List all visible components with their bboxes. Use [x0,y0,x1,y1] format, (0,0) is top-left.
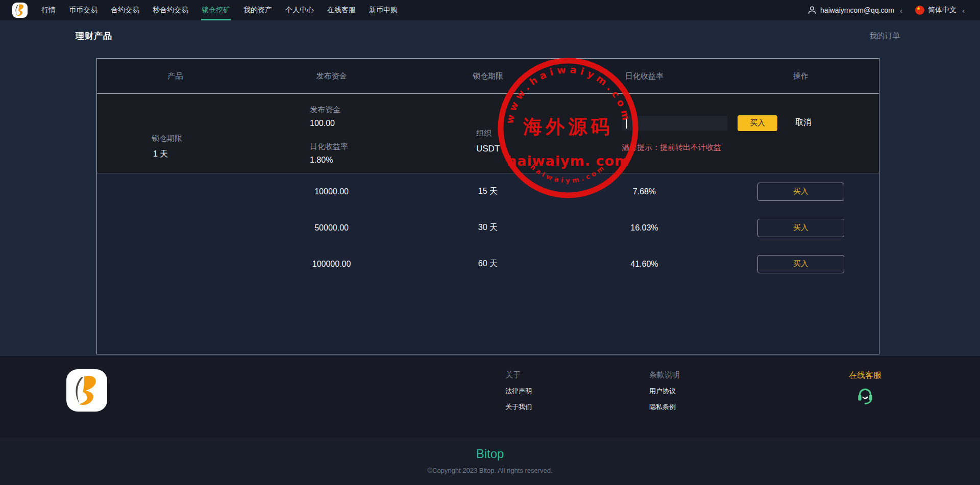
china-flag-icon: ★ [915,6,924,15]
user-email[interactable]: haiwaiymcom@qq.com [820,6,894,14]
table-row: 100000.00 60 天 41.60% 买入 [97,246,879,282]
col-header-daily-rate: 日化收益率 [566,71,722,81]
footer-link-legal[interactable]: 法律声明 [505,387,532,396]
footer-link-user-agreement[interactable]: 用户协议 [649,387,676,396]
nav-item-spot-trade[interactable]: 币币交易 [62,0,104,20]
nav-item-markets[interactable]: 行情 [35,0,62,20]
col-header-product: 产品 [97,71,253,81]
cancel-button[interactable]: 取消 [795,117,812,128]
buy-button[interactable]: 买入 [738,115,777,131]
footer-terms-title: 条款说明 [649,370,680,380]
nav-item-my-assets[interactable]: 我的资产 [237,0,279,20]
buy-button[interactable]: 买入 [757,255,844,273]
fund-cell: 10000.00 [253,187,409,196]
col-header-action: 操作 [723,71,879,81]
buy-button[interactable]: 买入 [757,219,844,237]
chevron-icon: ‹ [900,6,902,15]
main-content: 理财产品 我的订单 产品 发布资金 锁仓期限 日化收益率 操作 锁仓期限 1 天… [0,20,980,356]
period-cell: 60 天 [410,259,566,269]
expanded-product-row: 锁仓期限 1 天 发布资金 100.00 日化收益率 1.80% 组织 USDT… [97,94,879,173]
fund-label: 发布资金 [310,105,340,115]
rate-cell: 41.60% [566,260,722,269]
period-cell: 15 天 [410,186,566,197]
period-cell: 30 天 [410,222,566,233]
daily-rate-value: 1.80% [310,156,333,165]
table-header-row: 产品 发布资金 锁仓期限 日化收益率 操作 [97,59,879,94]
brand-name: Bitop [0,439,980,461]
nav-item-second-contract[interactable]: 秒合约交易 [146,0,195,20]
nav-item-personal-center[interactable]: 个人中心 [279,0,321,20]
my-orders-link[interactable]: 我的订单 [869,31,900,41]
footer-terms-column: 条款说明 用户协议 隐私条例 [649,370,680,412]
fund-cell: 50000.00 [253,223,409,233]
footer-about-title: 关于 [505,370,532,380]
lock-period-label: 锁仓期限 [152,134,182,143]
language-selector[interactable]: 简体中文 [928,6,957,15]
nav-item-lock-mining[interactable]: 锁仓挖矿 [195,0,237,20]
org-label: 组织 [476,129,492,138]
footer-link-about-us[interactable]: 关于我们 [505,402,532,412]
chevron-icon: ‹ [962,6,965,15]
warning-text: 温馨提示：提前转出不计收益 [622,143,721,152]
bitop-footer-logo [66,369,107,412]
org-value: USDT [476,144,500,154]
page-header: 理财产品 我的订单 [76,30,900,42]
main-menu: 行情 币币交易 合约交易 秒合约交易 锁仓挖矿 我的资产 个人中心 在线客服 新… [35,0,404,20]
col-header-lock-period: 锁仓期限 [410,71,566,81]
footer-about-column: 关于 法律声明 关于我们 [505,370,532,412]
rate-cell: 16.03% [566,223,722,233]
bitop-logo-icon[interactable] [12,3,28,18]
fund-cell: 100000.00 [253,260,409,269]
person-icon [807,6,817,15]
text-cursor [626,118,627,129]
daily-rate-label: 日化收益率 [310,142,348,151]
top-nav: 行情 币币交易 合约交易 秒合约交易 锁仓挖矿 我的资产 个人中心 在线客服 新… [0,0,980,20]
footer-online-service-link[interactable]: 在线客服 [849,370,881,381]
col-header-fund: 发布资金 [253,71,409,81]
nav-item-online-service[interactable]: 在线客服 [321,0,362,20]
nav-user-area: haiwaiymcom@qq.com ‹ ★ 简体中文 ‹ [807,6,980,15]
amount-input[interactable] [622,116,727,131]
copyright-text: ©Copyright 2023 Bitop. All rights reserv… [0,467,980,474]
buy-button[interactable]: 买入 [757,183,844,201]
nav-item-new-coin[interactable]: 新币申购 [362,0,404,20]
headset-icon[interactable] [855,386,875,405]
bottom-bar: Bitop ©Copyright 2023 Bitop. All rights … [0,439,980,485]
footer: 关于 法律声明 关于我们 条款说明 用户协议 隐私条例 在线客服 [0,356,980,439]
nav-item-contract-trade[interactable]: 合约交易 [104,0,146,20]
footer-link-privacy[interactable]: 隐私条例 [649,402,676,412]
products-table: 产品 发布资金 锁仓期限 日化收益率 操作 锁仓期限 1 天 发布资金 100.… [96,58,879,354]
lock-period-value: 1 天 [153,149,168,160]
table-row: 10000.00 15 天 7.68% 买入 [97,173,879,210]
rate-cell: 7.68% [566,187,722,196]
table-row: 50000.00 30 天 16.03% 买入 [97,210,879,246]
fund-value: 100.00 [310,119,335,128]
page-title: 理财产品 [76,30,112,42]
